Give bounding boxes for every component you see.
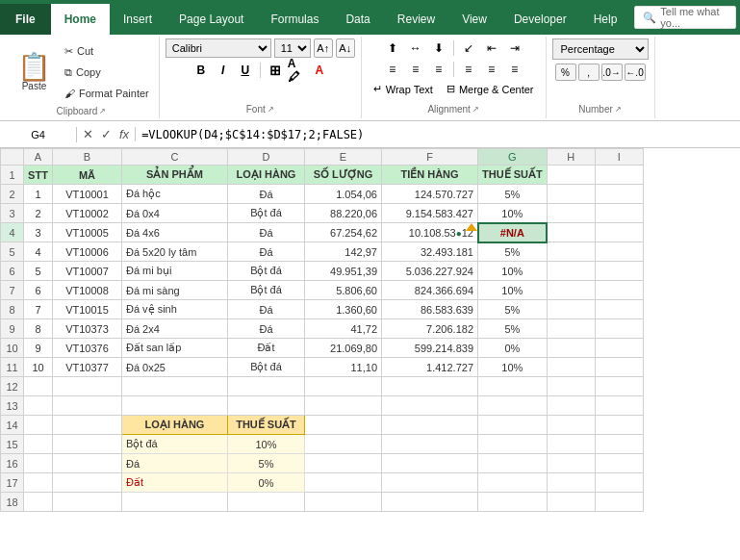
row-num[interactable]: 14 xyxy=(1,416,24,435)
cell-d14[interactable]: THUẾ SUẤT xyxy=(228,416,305,435)
cell-h18[interactable] xyxy=(547,493,595,512)
decimal-decrease-button[interactable]: ←.0 xyxy=(625,64,646,81)
cell-c12[interactable] xyxy=(122,377,228,396)
cell-g2[interactable]: 5% xyxy=(478,185,548,204)
cell-g3[interactable]: 10% xyxy=(478,204,548,223)
cell-h9[interactable] xyxy=(547,319,595,339)
cell-d10[interactable]: Đất xyxy=(228,339,305,358)
bold-button[interactable]: B xyxy=(191,61,211,80)
cell-i14[interactable] xyxy=(595,416,643,435)
cell-b17[interactable] xyxy=(53,473,122,493)
col-header-c[interactable]: C xyxy=(122,149,228,165)
cell-g4[interactable]: #N/A xyxy=(478,223,548,242)
cell-d16[interactable]: 5% xyxy=(228,454,305,473)
cell-f2[interactable]: 124.570.727 xyxy=(382,185,478,204)
cell-c17[interactable]: Đất xyxy=(122,473,228,493)
cell-h4[interactable] xyxy=(547,223,595,242)
cell-b9[interactable]: VT10373 xyxy=(53,319,122,339)
cell-f5[interactable]: 32.493.181 xyxy=(382,242,478,262)
cell-a1[interactable]: STT xyxy=(24,165,53,185)
cell-i12[interactable] xyxy=(595,377,643,396)
italic-button[interactable]: I xyxy=(214,61,233,80)
col-header-h[interactable]: H xyxy=(547,149,595,165)
align-middle-button[interactable]: ↔ xyxy=(405,38,426,58)
cell-g10[interactable]: 0% xyxy=(478,339,548,358)
cell-h15[interactable] xyxy=(547,435,595,454)
cell-d12[interactable] xyxy=(228,377,305,396)
cell-e2[interactable]: 1.054,06 xyxy=(305,185,382,204)
cell-d5[interactable]: Đá xyxy=(228,242,305,262)
cell-e11[interactable]: 11,10 xyxy=(305,358,382,377)
cell-a14[interactable] xyxy=(24,416,53,435)
thousand-sep-button[interactable]: , xyxy=(578,64,600,81)
cell-b1[interactable]: MÃ xyxy=(53,165,122,185)
cell-f10[interactable]: 599.214.839 xyxy=(382,339,478,358)
row-num[interactable]: 5 xyxy=(1,242,24,262)
cell-i11[interactable] xyxy=(595,358,643,377)
cell-i17[interactable] xyxy=(595,473,643,493)
cell-d8[interactable]: Đá xyxy=(228,300,305,319)
cell-i16[interactable] xyxy=(595,454,643,473)
cell-e13[interactable] xyxy=(305,396,382,416)
cut-button[interactable]: ✂ Cut xyxy=(61,41,153,61)
cell-f9[interactable]: 7.206.182 xyxy=(382,319,478,339)
cell-e4[interactable]: 67.254,62 xyxy=(305,223,382,242)
cell-i7[interactable] xyxy=(595,281,643,300)
cell-c3[interactable]: Đá 0x4 xyxy=(122,204,228,223)
cell-g15[interactable] xyxy=(478,435,548,454)
row-num[interactable]: 2 xyxy=(1,185,24,204)
cell-f7[interactable]: 824.366.694 xyxy=(382,281,478,300)
cell-f18[interactable] xyxy=(382,493,478,512)
cell-a9[interactable]: 8 xyxy=(24,319,53,339)
cell-i8[interactable] xyxy=(595,300,643,319)
cell-f17[interactable] xyxy=(382,473,478,493)
tab-formulas[interactable]: Formulas xyxy=(257,4,332,35)
merge-center-button[interactable]: ⊟ Merge & Center xyxy=(441,81,540,97)
indent-decrease-button[interactable]: ⇤ xyxy=(481,38,502,58)
sheet-container[interactable]: A B C D E F G H I 1 STT MÃ SẢN PHẨM LOẠI… xyxy=(0,148,740,535)
cell-g11[interactable]: 10% xyxy=(478,358,548,377)
font-expand-icon[interactable]: ↗ xyxy=(268,105,274,114)
number-expand-icon[interactable]: ↗ xyxy=(615,105,622,114)
cell-e14[interactable] xyxy=(305,416,382,435)
formula-input[interactable] xyxy=(136,126,740,143)
cell-e5[interactable]: 142,97 xyxy=(305,242,382,262)
percent-button[interactable]: % xyxy=(555,64,576,81)
cell-c16[interactable]: Đá xyxy=(122,454,228,473)
cell-b5[interactable]: VT10006 xyxy=(53,242,122,262)
tab-data[interactable]: Data xyxy=(332,4,383,35)
cell-g13[interactable] xyxy=(478,396,548,416)
cell-e18[interactable] xyxy=(305,493,382,512)
cell-a16[interactable] xyxy=(24,454,53,473)
cell-d2[interactable]: Đá xyxy=(228,185,305,204)
cell-b13[interactable] xyxy=(53,396,122,416)
cell-c13[interactable] xyxy=(122,396,228,416)
cell-c2[interactable]: Đá hộc xyxy=(122,185,228,204)
cell-i15[interactable] xyxy=(595,435,643,454)
cell-h6[interactable] xyxy=(547,262,595,281)
cell-b10[interactable]: VT10376 xyxy=(53,339,122,358)
cell-d17[interactable]: 0% xyxy=(228,473,305,493)
cell-f16[interactable] xyxy=(382,454,478,473)
tab-view[interactable]: View xyxy=(448,4,500,35)
name-box[interactable]: G4 xyxy=(0,127,77,142)
cell-i18[interactable] xyxy=(595,493,643,512)
cell-g8[interactable]: 5% xyxy=(478,300,548,319)
cell-e3[interactable]: 88.220,06 xyxy=(305,204,382,223)
copy-button[interactable]: ⧉ Copy xyxy=(61,63,153,82)
cell-e17[interactable] xyxy=(305,473,382,493)
row-num[interactable]: 18 xyxy=(1,493,24,512)
align-left-button[interactable]: ≡ xyxy=(382,60,403,79)
cell-b3[interactable]: VT10002 xyxy=(53,204,122,223)
cancel-formula-button[interactable]: ✕ xyxy=(81,127,95,141)
cell-f6[interactable]: 5.036.227.924 xyxy=(382,262,478,281)
cell-c5[interactable]: Đá 5x20 ly tâm xyxy=(122,242,228,262)
font-name-select[interactable]: Calibri xyxy=(166,38,271,58)
confirm-formula-button[interactable]: ✓ xyxy=(99,127,114,141)
cell-b12[interactable] xyxy=(53,377,122,396)
cell-i13[interactable] xyxy=(595,396,643,416)
row-num[interactable]: 16 xyxy=(1,454,24,473)
cell-b15[interactable] xyxy=(53,435,122,454)
cell-c18[interactable] xyxy=(122,493,228,512)
col-header-d[interactable]: D xyxy=(228,149,305,165)
